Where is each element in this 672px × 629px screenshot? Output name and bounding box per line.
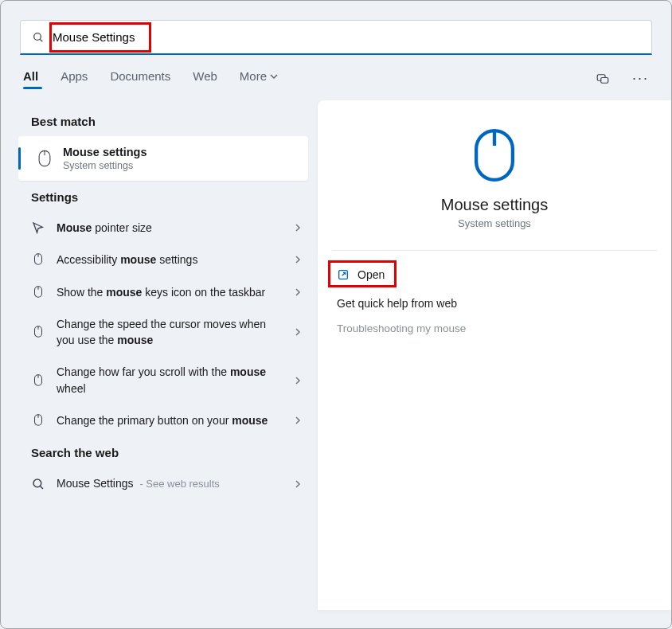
settings-item-text: Mouse pointer size [57, 220, 283, 236]
settings-item[interactable]: Change how far you scroll with the mouse… [1, 356, 311, 404]
settings-item-text: Show the mouse keys icon on the taskbar [57, 284, 283, 300]
mouse-icon [31, 252, 45, 267]
svg-point-16 [33, 479, 41, 487]
chevron-right-icon [294, 480, 302, 488]
search-icon [31, 477, 45, 491]
more-options-icon[interactable]: ··· [632, 70, 649, 87]
settings-item[interactable]: Show the mouse keys icon on the taskbar [1, 276, 311, 308]
settings-item-text: Change how far you scroll with the mouse… [57, 364, 283, 397]
mouse-icon [31, 373, 45, 388]
open-label: Open [357, 268, 385, 281]
section-best-match: Best match [1, 105, 311, 136]
quick-help-header: Get quick help from web [332, 287, 657, 314]
chevron-right-icon [294, 377, 302, 385]
divider [332, 250, 657, 251]
detail-subtitle: System settings [332, 217, 657, 229]
chevron-right-icon [294, 224, 302, 232]
main-area: Best match Mouse settings System setting… [1, 97, 671, 610]
chevron-right-icon [294, 416, 302, 424]
web-result-text: Mouse Settings - See web results [57, 475, 283, 492]
chevron-right-icon [294, 328, 302, 336]
open-action[interactable]: Open [332, 262, 657, 287]
mouse-icon [31, 325, 45, 339]
tab-apps[interactable]: Apps [61, 69, 88, 88]
best-match-item[interactable]: Mouse settings System settings [18, 136, 308, 181]
svg-rect-3 [601, 77, 608, 83]
tab-more[interactable]: More [240, 69, 278, 88]
mouse-icon [31, 413, 45, 428]
search-bar[interactable] [20, 20, 652, 55]
settings-item[interactable]: Change the primary button on your mouse [1, 404, 311, 436]
mouse-icon [31, 285, 45, 299]
settings-item-text: Accessibility mouse settings [57, 252, 283, 268]
tabs-row: All Apps Documents Web More ··· [1, 55, 671, 97]
svg-point-0 [34, 33, 41, 40]
mouse-icon [36, 150, 53, 167]
cursor-icon [31, 221, 45, 235]
tab-more-label: More [240, 69, 267, 83]
best-match-title: Mouse settings [63, 146, 147, 158]
search-input[interactable] [53, 30, 640, 44]
chevron-right-icon [294, 288, 302, 296]
chat-icon[interactable] [596, 72, 610, 86]
settings-item[interactable]: Mouse pointer size [1, 212, 311, 244]
results-column: Best match Mouse settings System setting… [1, 97, 311, 610]
settings-item[interactable]: Accessibility mouse settings [1, 244, 311, 275]
settings-item-text: Change the speed the cursor moves when y… [57, 316, 283, 349]
web-result-item[interactable]: Mouse Settings - See web results [1, 467, 311, 500]
chevron-down-icon [270, 72, 278, 80]
tab-all[interactable]: All [23, 69, 38, 88]
section-search-web: Search the web [1, 436, 311, 467]
open-external-icon [337, 268, 350, 281]
web-result-suffix: - See web results [139, 478, 219, 490]
tab-documents[interactable]: Documents [110, 69, 170, 88]
detail-icon-wrap [332, 127, 657, 183]
best-match-text: Mouse settings System settings [63, 146, 147, 171]
chevron-right-icon [294, 256, 302, 264]
settings-item-text: Change the primary button on your mouse [57, 412, 283, 428]
svg-line-17 [40, 486, 43, 489]
web-result-title: Mouse Settings [57, 477, 134, 490]
section-settings: Settings [1, 181, 311, 212]
tab-web[interactable]: Web [193, 69, 217, 88]
settings-item[interactable]: Change the speed the cursor moves when y… [1, 308, 311, 357]
svg-line-1 [40, 39, 42, 41]
search-icon [32, 31, 45, 44]
detail-title: Mouse settings [332, 196, 657, 214]
troubleshoot-link[interactable]: Troubleshooting my mouse [332, 314, 657, 342]
mouse-icon-large [472, 127, 517, 183]
detail-panel: Mouse settings System settings Open Get … [318, 100, 671, 610]
best-match-subtitle: System settings [63, 160, 147, 171]
